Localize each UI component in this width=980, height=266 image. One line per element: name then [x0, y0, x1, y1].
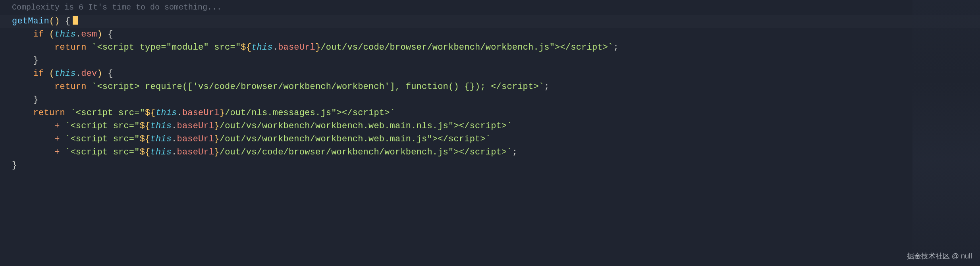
- function-name: getMain: [12, 16, 49, 26]
- string-literal: /out/vs/workbench/workbench.web.main.nls…: [220, 121, 507, 131]
- keyword-return: return: [54, 42, 86, 52]
- string-literal: /out/vs/workbench/workbench.web.main.js"…: [220, 134, 486, 144]
- code-line[interactable]: getMain() {: [0, 15, 980, 28]
- parentheses: (): [49, 16, 60, 26]
- template-backtick: `: [65, 147, 70, 157]
- string-literal: <script src=": [70, 147, 139, 157]
- string-literal: /out/vs/code/browser/workbench/workbench…: [320, 42, 608, 52]
- cursor: [73, 16, 78, 25]
- complexity-hint: Complexity is 6 It's time to do somethin…: [0, 0, 980, 15]
- brace-open: {: [108, 69, 113, 79]
- dot: .: [273, 42, 278, 52]
- brace-close: }: [33, 56, 39, 66]
- property: esm: [81, 29, 97, 39]
- property: baseUrl: [177, 121, 214, 131]
- this-keyword: this: [156, 108, 177, 118]
- template-backtick: `: [70, 108, 75, 118]
- keyword-if: if: [33, 69, 44, 79]
- brace-close: }: [33, 95, 39, 105]
- this-keyword: this: [251, 42, 273, 52]
- keyword-return: return: [54, 82, 86, 92]
- code-editor[interactable]: Complexity is 6 It's time to do somethin…: [0, 0, 980, 266]
- operator-plus: +: [54, 147, 60, 157]
- template-backtick: `: [65, 121, 70, 131]
- template-backtick: `: [608, 42, 613, 52]
- keyword-if: if: [33, 29, 44, 39]
- interp-open: ${: [145, 108, 156, 118]
- template-backtick: `: [486, 134, 491, 144]
- code-line[interactable]: return `<script src="${this.baseUrl}/out…: [0, 106, 980, 120]
- property: baseUrl: [177, 147, 214, 157]
- this-keyword: this: [54, 29, 76, 39]
- code-line[interactable]: + `<script src="${this.baseUrl}/out/vs/w…: [0, 133, 980, 146]
- operator-plus: +: [54, 134, 60, 144]
- code-line[interactable]: return `<script> require(['vs/code/brows…: [0, 80, 980, 93]
- interp-close: }: [220, 108, 225, 118]
- keyword-return: return: [33, 108, 65, 118]
- template-backtick: `: [539, 82, 544, 92]
- interp-open: ${: [140, 147, 150, 157]
- string-literal: <script src=": [70, 121, 139, 131]
- string-literal: <script src=": [76, 108, 145, 118]
- dot: .: [76, 69, 81, 79]
- semicolon: ;: [512, 147, 517, 157]
- brace-close: }: [12, 160, 17, 170]
- semicolon: ;: [544, 82, 549, 92]
- template-backtick: `: [92, 82, 97, 92]
- string-literal: /out/vs/code/browser/workbench/workbench…: [220, 147, 507, 157]
- code-line[interactable]: return `<script type="module" src="${thi…: [0, 41, 980, 54]
- template-backtick: `: [92, 42, 97, 52]
- string-literal: <script src=": [70, 134, 139, 144]
- template-backtick: `: [507, 147, 512, 157]
- interp-close: }: [214, 134, 219, 144]
- dot: .: [177, 108, 182, 118]
- paren: (: [49, 29, 54, 39]
- paren: ): [97, 29, 102, 39]
- code-line[interactable]: + `<script src="${this.baseUrl}/out/vs/c…: [0, 146, 980, 159]
- dot: .: [172, 147, 177, 157]
- property: baseUrl: [182, 108, 220, 118]
- operator-plus: +: [54, 121, 60, 131]
- this-keyword: this: [54, 69, 76, 79]
- semicolon: ;: [613, 42, 619, 52]
- interp-close: }: [214, 147, 219, 157]
- template-backtick: `: [390, 108, 395, 118]
- interp-close: }: [315, 42, 320, 52]
- string-literal: <script> require(['vs/code/browser/workb…: [97, 82, 538, 92]
- interp-close: }: [214, 121, 219, 131]
- code-line[interactable]: }: [0, 93, 980, 106]
- paren: ): [97, 69, 102, 79]
- string-literal: /out/nls.messages.js"></script>: [225, 108, 390, 118]
- template-backtick: `: [65, 134, 70, 144]
- brace-open: {: [65, 16, 70, 26]
- brace-open: {: [108, 29, 113, 39]
- property: baseUrl: [278, 42, 315, 52]
- code-line[interactable]: }: [0, 159, 980, 172]
- this-keyword: this: [150, 134, 172, 144]
- code-line[interactable]: if (this.esm) {: [0, 28, 980, 41]
- code-line[interactable]: }: [0, 54, 980, 67]
- dot: .: [76, 29, 81, 39]
- property: baseUrl: [177, 134, 214, 144]
- property: dev: [81, 69, 97, 79]
- code-line[interactable]: if (this.dev) {: [0, 67, 980, 80]
- dot: .: [172, 134, 177, 144]
- interp-open: ${: [140, 134, 150, 144]
- interp-open: ${: [241, 42, 251, 52]
- this-keyword: this: [150, 121, 172, 131]
- template-backtick: `: [507, 121, 512, 131]
- watermark: 掘金技术社区 @ null: [907, 250, 972, 263]
- paren: (: [49, 69, 54, 79]
- string-literal: <script type="module" src=": [97, 42, 241, 52]
- code-line[interactable]: + `<script src="${this.baseUrl}/out/vs/w…: [0, 120, 980, 133]
- dot: .: [172, 121, 177, 131]
- this-keyword: this: [150, 147, 172, 157]
- interp-open: ${: [140, 121, 150, 131]
